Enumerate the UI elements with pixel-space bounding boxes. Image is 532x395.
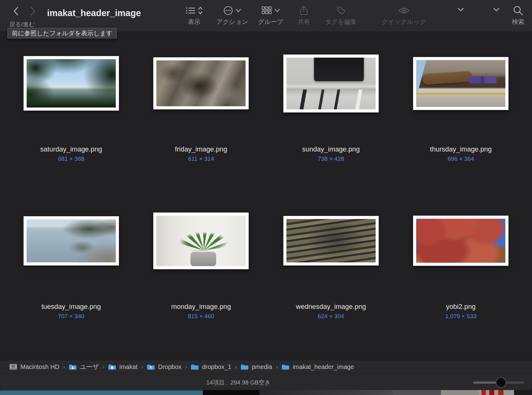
toolbar-action-button[interactable]: アクション (216, 4, 248, 26)
list-view-icon (185, 6, 195, 15)
file-cell: yobi2.png 1,079 × 533 (396, 190, 526, 320)
file-dimensions: 738 × 428 (318, 156, 344, 162)
file-thumbnail-thursday[interactable] (413, 57, 508, 110)
background-window-segment (479, 390, 514, 395)
file-dimensions: 707 × 340 (58, 313, 84, 320)
background-window-segment (259, 390, 393, 395)
folder-icon (241, 363, 249, 370)
file-dimensions: 624 × 304 (318, 313, 344, 320)
breadcrumb-dropbox-1[interactable]: dropbox_1 (191, 363, 231, 371)
breadcrumb-separator: › (185, 363, 187, 370)
file-name[interactable]: sunday_image.png (302, 145, 360, 153)
file-cell: friday_image.png 611 × 314 (136, 32, 266, 162)
toolbar-overflow-chevron-1[interactable] (457, 7, 464, 13)
photo-potted-plant (156, 216, 246, 266)
toolbar-share-button[interactable]: 共有 (298, 4, 310, 26)
toolbar-view-label: 表示 (188, 18, 200, 26)
toolbar-quicklook-button[interactable]: クイックルック (382, 4, 426, 26)
chevron-down-icon (493, 7, 500, 12)
chevron-down-icon (457, 7, 464, 12)
file-name[interactable]: friday_image.png (175, 145, 227, 153)
breadcrumb-users[interactable]: ユーザ (69, 363, 99, 371)
photo-lake-through-trees (27, 59, 116, 108)
file-thumbnail-yobi2[interactable] (413, 216, 508, 266)
toolbar: 戻る/進む imakat_header_image 表示 (0, 0, 532, 32)
file-thumbnail-friday[interactable] (153, 57, 249, 109)
photo-autumn-maple (416, 219, 505, 263)
background-window-segment (393, 390, 441, 395)
group-tiles-icon (261, 6, 272, 15)
breadcrumb-separator: › (235, 363, 237, 370)
file-dimensions: 681 × 368 (58, 156, 84, 162)
breadcrumb-pmedia[interactable]: pmedia (241, 363, 272, 371)
file-thumbnail-wednesday[interactable] (283, 216, 379, 266)
folder-icon (281, 363, 290, 370)
icon-size-slider-knob[interactable] (496, 377, 506, 388)
file-name[interactable]: thursday_image.png (430, 145, 492, 153)
toolbar-group-label: グループ (258, 18, 283, 26)
breadcrumb-imakat-header-image[interactable]: imakat_header_image (281, 363, 354, 371)
folder-users-icon (69, 363, 77, 370)
background-window-segment (203, 390, 259, 395)
photo-rocky-stream (156, 60, 246, 106)
file-name[interactable]: yobi2.png (446, 303, 476, 311)
icon-size-slider[interactable] (473, 381, 524, 384)
toolbar-quicklook-label: クイックルック (382, 18, 426, 26)
chevron-down-icon (274, 9, 280, 12)
search-icon (513, 5, 523, 16)
window-title: imakat_header_image (47, 8, 141, 18)
photo-lake-shore (27, 219, 116, 262)
file-cell: tuesday_image.png 707 × 340 (6, 190, 136, 320)
file-cell: saturday_image.png 681 × 368 (6, 32, 136, 162)
toolbar-view-button[interactable]: 表示 (185, 4, 203, 26)
toolbar-edit-tags-label: タグを編集 (325, 18, 356, 26)
breadcrumb-dropbox[interactable]: Dropbox (147, 363, 181, 371)
toolbar-group-button[interactable]: グループ (258, 4, 283, 26)
breadcrumb-imakat[interactable]: imakat (108, 363, 137, 371)
breadcrumb-separator: › (141, 363, 143, 370)
file-dimensions: 815 × 460 (188, 313, 214, 320)
file-cell: wednesday_image.png 624 × 304 (266, 190, 396, 320)
breadcrumb-separator: › (63, 363, 65, 370)
toolbar-action-label: アクション (216, 18, 248, 26)
back-button[interactable] (11, 6, 21, 17)
tag-icon (336, 5, 346, 16)
finder-window: 戻る/進む imakat_header_image 表示 (0, 0, 532, 391)
toolbar-edit-tags-button[interactable]: タグを編集 (325, 4, 356, 26)
chevron-right-icon (29, 6, 37, 16)
folder-icon (191, 363, 199, 370)
file-cell: sunday_image.png 738 × 428 (266, 32, 396, 162)
breadcrumb-separator: › (276, 363, 278, 370)
file-grid: saturday_image.png 681 × 368 friday_imag… (0, 32, 532, 360)
chevron-left-icon (12, 6, 20, 16)
file-cell: thursday_image.png 696 × 364 (396, 32, 526, 162)
photo-monitor-back (286, 58, 376, 109)
breadcrumb-macintosh-hd[interactable]: Macintosh HD (9, 363, 59, 371)
photo-train-station (416, 60, 505, 107)
photo-rock-texture (286, 219, 376, 262)
path-bar: Macintosh HD › ユーザ › imakat › Dropbox › … (0, 360, 532, 373)
ellipsis-circle-icon (223, 6, 233, 15)
file-name[interactable]: tuesday_image.png (41, 303, 101, 311)
toolbar-overflow-chevron-2[interactable] (493, 7, 500, 13)
file-thumbnail-sunday[interactable] (283, 55, 379, 112)
file-name[interactable]: saturday_image.png (40, 145, 102, 153)
file-thumbnail-tuesday[interactable] (24, 216, 119, 266)
background-window-strip (0, 390, 532, 395)
breadcrumb-separator: › (102, 363, 104, 370)
toolbar-search-button[interactable]: 検索 (512, 4, 524, 26)
chevron-down-icon (236, 9, 241, 12)
file-name[interactable]: wednesday_image.png (296, 303, 366, 311)
forward-button[interactable] (28, 6, 38, 17)
file-thumbnail-saturday[interactable] (24, 56, 119, 111)
file-name[interactable]: monday_image.png (171, 303, 231, 311)
toolbar-share-label: 共有 (298, 18, 310, 26)
hard-disk-icon (9, 363, 17, 370)
file-dimensions: 1,079 × 533 (445, 313, 477, 320)
folder-home-icon (108, 363, 116, 370)
file-thumbnail-monday[interactable] (153, 213, 249, 269)
sort-updown-icon (198, 6, 203, 15)
background-window-segment (441, 390, 479, 395)
folder-dropbox-icon (147, 363, 155, 370)
file-dimensions: 696 × 364 (448, 156, 474, 162)
